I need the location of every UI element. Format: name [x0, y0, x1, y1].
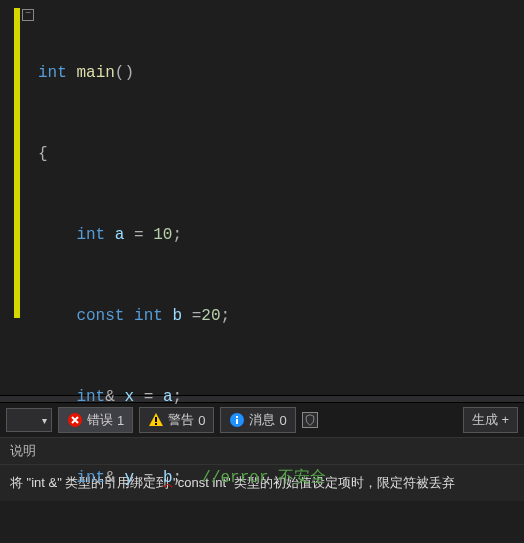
function-name: main — [76, 64, 114, 82]
keyword-int: int — [76, 469, 105, 487]
change-indicator-bar — [14, 8, 20, 318]
code-line: int a = 10; — [36, 222, 524, 249]
code-content[interactable]: int main() { int a = 10; const int b =20… — [30, 0, 524, 395]
number: 20 — [201, 307, 220, 325]
keyword-const: const — [76, 307, 124, 325]
number: 10 — [153, 226, 172, 244]
keyword-int: int — [134, 307, 163, 325]
keyword-int: int — [76, 226, 105, 244]
code-line: int& x = a; — [36, 384, 524, 411]
identifier: y — [124, 469, 134, 487]
code-line: int main() — [36, 60, 524, 87]
comment: //error 不安全 — [201, 469, 326, 487]
code-line: { — [36, 141, 524, 168]
column-description: 说明 — [10, 442, 36, 460]
parens: () — [115, 64, 134, 82]
brace: { — [38, 145, 48, 163]
code-line: const int b =20; — [36, 303, 524, 330]
identifier: a — [115, 226, 125, 244]
identifier: x — [124, 388, 134, 406]
editor-gutter: − — [0, 0, 30, 395]
identifier: b — [172, 307, 182, 325]
code-line: int& y = b; //error 不安全 — [36, 465, 524, 492]
keyword-int: int — [76, 388, 105, 406]
keyword-int: int — [38, 64, 67, 82]
code-editor[interactable]: − int main() { int a = 10; const int b =… — [0, 0, 524, 395]
